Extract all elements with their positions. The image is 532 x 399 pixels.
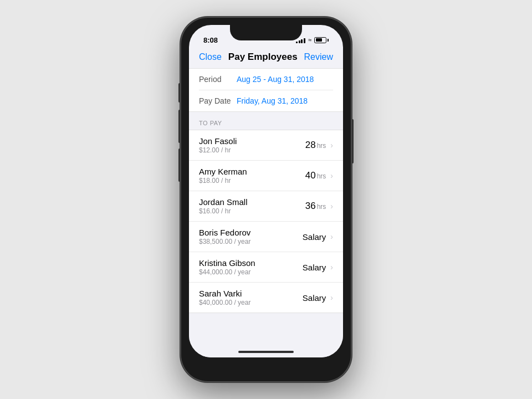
review-button[interactable]: Review — [304, 52, 333, 62]
employee-info: Jordan Small $16.00 / hr — [199, 197, 305, 215]
employee-row[interactable]: Kristina Gibson $44,000.00 / year Salary… — [189, 252, 343, 283]
battery-icon — [314, 37, 329, 43]
period-label: Period — [199, 75, 237, 84]
employee-row[interactable]: Sarah Varki $40,000.00 / year Salary › — [189, 283, 343, 313]
employee-row[interactable]: Boris Fedorov $38,500.00 / year Salary › — [189, 222, 343, 252]
chevron-right-icon: › — [330, 232, 333, 241]
chevron-right-icon: › — [330, 263, 333, 272]
chevron-right-icon: › — [330, 202, 333, 211]
employee-row[interactable]: Jon Fasoli $12.00 / hr 28 hrs › — [189, 130, 343, 161]
status-time: 8:08 — [200, 36, 218, 44]
wifi-icon: ≈ — [308, 37, 311, 43]
volume-up-button[interactable] — [178, 110, 180, 143]
hours-label: hrs — [317, 203, 326, 211]
employee-name: Kristina Gibson — [199, 258, 303, 268]
employee-name: Jordan Small — [199, 197, 305, 207]
employee-info: Jon Fasoli $12.00 / hr — [199, 136, 305, 154]
employee-rate: $44,000.00 / year — [199, 268, 303, 276]
chevron-right-icon: › — [330, 293, 333, 302]
employee-info: Sarah Varki $40,000.00 / year — [199, 289, 303, 306]
hours-number: 40 — [305, 170, 316, 181]
period-section: Period Aug 25 - Aug 31, 2018 Pay Date Fr… — [189, 68, 343, 112]
pay-date-label: Pay Date — [199, 96, 237, 105]
pay-date-value: Friday, Aug 31, 2018 — [237, 96, 308, 105]
employee-name: Sarah Varki — [199, 289, 303, 298]
hours-label: hrs — [317, 142, 326, 150]
page-title: Pay Employees — [228, 52, 298, 63]
close-button[interactable]: Close — [199, 52, 222, 62]
hours-label: hrs — [317, 172, 326, 180]
employee-row[interactable]: Jordan Small $16.00 / hr 36 hrs › — [189, 191, 343, 222]
employee-hours: 36 hrs — [305, 201, 326, 212]
hours-number: 28 — [305, 140, 316, 151]
chevron-right-icon: › — [330, 141, 333, 150]
status-icons: ≈ — [296, 37, 332, 43]
employee-name: Jon Fasoli — [199, 136, 305, 146]
employee-salary: Salary — [303, 232, 326, 242]
nav-bar: Close Pay Employees Review — [189, 49, 343, 68]
employee-row[interactable]: Amy Kerman $18.00 / hr 40 hrs › — [189, 161, 343, 191]
home-indicator — [238, 351, 294, 353]
hours-number: 36 — [305, 201, 316, 212]
volume-down-button[interactable] — [178, 149, 180, 182]
chevron-right-icon: › — [330, 171, 333, 180]
employee-hours: 28 hrs — [305, 140, 326, 151]
employee-name: Amy Kerman — [199, 167, 305, 176]
period-value: Aug 25 - Aug 31, 2018 — [237, 75, 314, 84]
employee-rate: $40,000.00 / year — [199, 299, 303, 306]
phone-screen: 8:08 ≈ Close Pay Employe — [189, 25, 343, 357]
employee-salary: Salary — [303, 263, 326, 272]
employee-info: Amy Kerman $18.00 / hr — [199, 167, 305, 185]
employee-hours: 40 hrs — [305, 170, 326, 181]
period-row: Period Aug 25 - Aug 31, 2018 — [199, 69, 333, 90]
employee-rate: $12.00 / hr — [199, 146, 305, 154]
pay-date-row: Pay Date Friday, Aug 31, 2018 — [199, 90, 333, 111]
employee-rate: $18.00 / hr — [199, 177, 305, 185]
employee-rate: $38,500.00 / year — [199, 238, 303, 245]
power-button[interactable] — [352, 119, 354, 163]
to-pay-header: TO PAY — [189, 112, 343, 130]
employee-list: Jon Fasoli $12.00 / hr 28 hrs › Amy Kerm… — [189, 130, 343, 313]
employee-name: Boris Fedorov — [199, 228, 303, 237]
phone-frame: 8:08 ≈ Close Pay Employe — [180, 17, 352, 382]
notch — [230, 25, 302, 40]
employee-info: Kristina Gibson $44,000.00 / year — [199, 258, 303, 276]
employee-info: Boris Fedorov $38,500.00 / year — [199, 228, 303, 245]
employee-rate: $16.00 / hr — [199, 207, 305, 215]
content-area: Period Aug 25 - Aug 31, 2018 Pay Date Fr… — [189, 68, 343, 357]
employee-salary: Salary — [303, 293, 326, 303]
